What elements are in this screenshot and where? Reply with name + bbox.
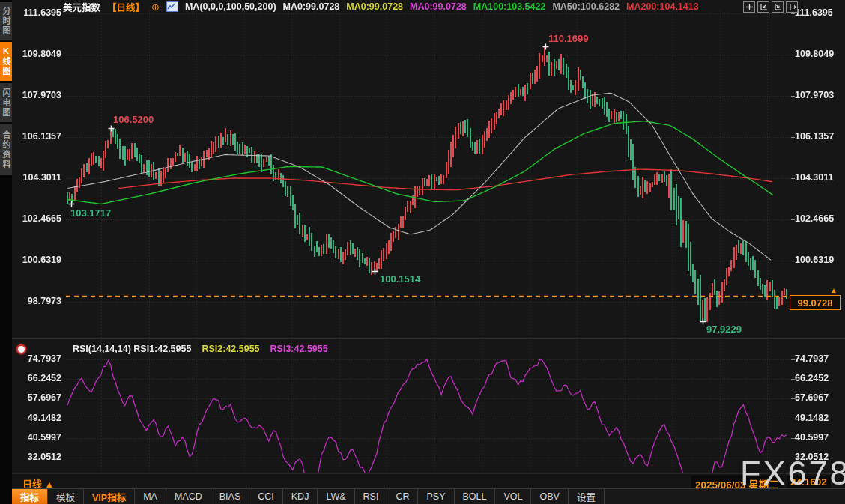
main-y-label-right: 106.1357 xyxy=(795,131,834,142)
toolbar-item-MACD[interactable]: MACD xyxy=(166,489,211,504)
shift-right-icon[interactable] xyxy=(786,1,798,13)
main-y-label-left: 98.7973 xyxy=(13,296,61,306)
rsi-y-label-right: 74.7937 xyxy=(795,353,829,364)
main-y-label-right: 109.8049 xyxy=(795,49,834,59)
main-y-label-right: 102.4665 xyxy=(795,213,834,224)
main-y-label-left: 109.8049 xyxy=(13,49,61,59)
sidebar-item-3[interactable]: 闪电图 xyxy=(0,83,12,122)
rsi-y-label-left: 74.7937 xyxy=(13,353,61,364)
price-annotation: 103.1717 xyxy=(70,207,111,219)
price-annotation: 97.9229 xyxy=(706,324,742,335)
sidebar-item-4[interactable]: 合约资料 xyxy=(0,124,12,175)
ma-legend-item: MA0:99.0728 xyxy=(346,1,403,12)
toolbar-item-VIP指标[interactable]: VIP指标 xyxy=(84,489,135,504)
rsi-y-label-left: 32.0512 xyxy=(13,452,61,462)
scale-right-icon[interactable] xyxy=(772,1,784,13)
toolbar-item-RSI[interactable]: RSI xyxy=(355,489,388,504)
toolbar-item-VOL[interactable]: VOL xyxy=(495,489,531,504)
main-y-label-left: 107.9703 xyxy=(13,90,61,100)
price-annotation: 110.1699 xyxy=(548,33,589,44)
fx678-watermark: FX678 xyxy=(740,454,845,493)
symbol-title: 美元指数 xyxy=(63,0,100,14)
toolbar-item-设置[interactable]: 设置 xyxy=(569,489,605,504)
toolbar-item-MA[interactable]: MA xyxy=(135,489,166,504)
toolbar-item-CCI[interactable]: CCI xyxy=(249,489,283,504)
chart-nav-icons xyxy=(743,1,798,13)
main-y-label-left: 111.6395 xyxy=(13,7,61,18)
rsi-y-label-left: 40.5997 xyxy=(13,432,61,443)
rsi-y-label-right: 49.1482 xyxy=(795,413,829,423)
ma-legend-item: MA100:103.5422 xyxy=(473,1,546,12)
time-axis-row: 日线 ▲ 2025/06/03 星期二 24.1602 xyxy=(0,473,845,490)
ma-legend-item: MA0:99.0728 xyxy=(283,1,340,12)
rsi-y-label-left: 66.2452 xyxy=(13,373,61,383)
scale-left-icon[interactable] xyxy=(757,1,769,13)
main-y-label-left: 102.4665 xyxy=(13,213,61,224)
rsi3-label: RSI3:42.5955 xyxy=(270,344,328,354)
chart-type-icon[interactable] xyxy=(166,1,178,12)
main-y-label-left: 104.3011 xyxy=(13,172,61,183)
toolbar-item-指标[interactable]: 指标 xyxy=(12,489,48,504)
chart-header: 美元指数 【日线】 ⊕ MA(0,0,0,100,50,200)MA0:99.0… xyxy=(63,1,699,13)
add-indicator-icon[interactable]: ⊕ xyxy=(151,1,160,13)
toolbar-item-模板[interactable]: 模板 xyxy=(48,489,84,504)
ma-legend: MA(0,0,0,100,50,200)MA0:99.0728MA0:99.07… xyxy=(185,1,699,12)
ma-legend-item: MA50:100.6282 xyxy=(552,1,620,12)
toolbar-item-OBV[interactable]: OBV xyxy=(531,489,568,504)
rsi-y-label-right: 40.5997 xyxy=(795,432,829,443)
current-price-box: 99.0728 xyxy=(790,295,841,310)
move-icon[interactable] xyxy=(743,1,755,13)
ma-legend-item: MA200:104.1413 xyxy=(626,1,699,12)
main-y-label-right: 104.3011 xyxy=(795,172,833,183)
toolbar-item-BOLL[interactable]: BOLL xyxy=(455,489,496,504)
ma-legend-item: MA0:99.0728 xyxy=(410,1,467,12)
main-y-label-left: 106.1357 xyxy=(13,131,61,142)
indicator-toolbar: 指标模板VIP指标MAMACDBIASCCIKDJLW&RSICRPSYBOLL… xyxy=(12,488,845,504)
rsi-main-label: RSI(14,14,14) RSI1:42.5955 xyxy=(73,344,191,354)
price-annotation: 100.1514 xyxy=(380,273,420,285)
toolbar-item-LW&[interactable]: LW& xyxy=(318,489,354,504)
rsi-y-label-left: 57.6967 xyxy=(13,392,61,403)
rsi-legend: RSI(14,14,14) RSI1:42.5955 RSI2:42.5955 … xyxy=(16,344,328,354)
main-y-label-right: 100.6319 xyxy=(795,255,834,265)
toolbar-item-PSY[interactable]: PSY xyxy=(418,489,454,504)
price-marker-arrow-icon[interactable]: ▲ xyxy=(830,286,838,294)
ma-legend-item: MA(0,0,0,100,50,200) xyxy=(185,1,276,12)
left-sidebar: 分时图K线图闪电图合约资料 xyxy=(0,0,12,504)
price-annotation: 106.5200 xyxy=(113,114,154,125)
rsi2-label: RSI2:42.5955 xyxy=(202,344,259,354)
toolbar-item-CR[interactable]: CR xyxy=(387,489,418,504)
sidebar-item-1[interactable]: 分时图 xyxy=(0,2,12,40)
price-chart-canvas[interactable] xyxy=(0,0,845,504)
toolbar-item-BIAS[interactable]: BIAS xyxy=(211,489,250,504)
toolbar-item-KDJ[interactable]: KDJ xyxy=(283,489,318,504)
rsi-y-label-left: 49.1482 xyxy=(13,413,61,423)
period-tag[interactable]: 【日线】 xyxy=(107,0,145,14)
red-dot-icon[interactable] xyxy=(16,344,26,354)
sidebar-item-2[interactable]: K线图 xyxy=(0,42,12,81)
main-y-label-left: 100.6319 xyxy=(13,255,61,265)
rsi-y-label-right: 66.2452 xyxy=(795,373,829,383)
main-y-label-right: 111.6395 xyxy=(795,7,833,18)
rsi-y-label-right: 57.6967 xyxy=(795,392,829,403)
trading-app-window: 分时图K线图闪电图合约资料 美元指数 【日线】 ⊕ MA(0,0,0,100,5… xyxy=(0,0,845,504)
main-y-label-right: 107.9703 xyxy=(795,90,834,100)
